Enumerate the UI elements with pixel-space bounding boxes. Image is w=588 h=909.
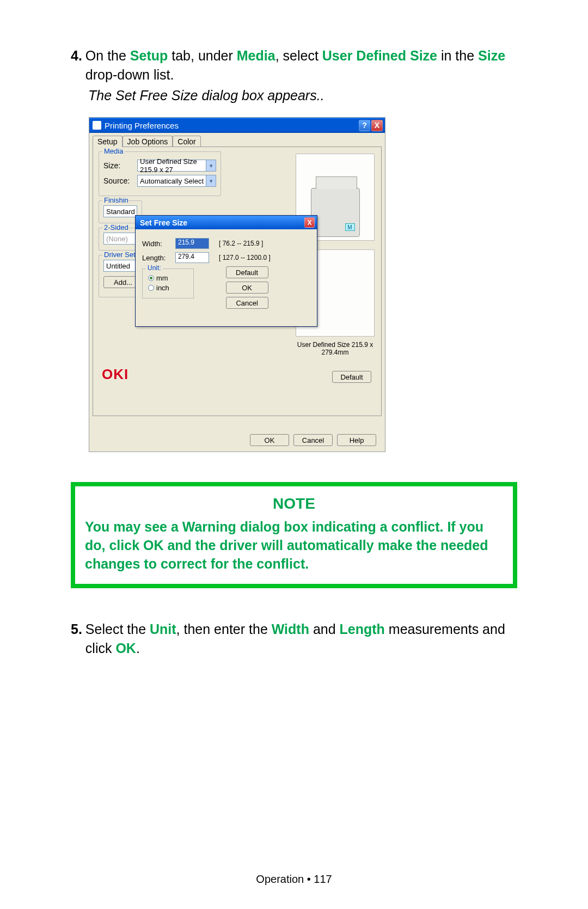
dialog-titlebar: Set Free Size X	[136, 216, 317, 229]
window-bottom-buttons: OK Cancel Help	[89, 434, 385, 446]
printer-icon: 🖨	[93, 121, 101, 130]
printer-badge: M	[345, 223, 355, 231]
media-group: Media Size: User Defined Size 215.9 x 27…	[99, 151, 221, 196]
titlebar-help-button[interactable]: ?	[359, 120, 370, 131]
twosided-dropdown[interactable]: (None)	[103, 233, 137, 245]
finishing-dropdown[interactable]: Standard	[103, 205, 137, 217]
kw-user-defined-size: User Defined Size	[322, 48, 437, 63]
kw-width: Width	[272, 621, 309, 637]
printer-shape: M	[311, 188, 360, 237]
dialog-close-button[interactable]: X	[304, 217, 315, 228]
ok-button[interactable]: OK	[250, 434, 289, 446]
width-range: [ 76.2 -- 215.9 ]	[219, 240, 263, 247]
paper-preview-label: User Defined Size 215.9 x 279.4mm	[296, 341, 375, 356]
source-label: Source:	[103, 176, 134, 185]
size-dropdown[interactable]: User Defined Size 215.9 x 27 ▾	[137, 160, 216, 172]
oki-logo: OKI	[102, 366, 128, 383]
dialog-ok-button[interactable]: OK	[226, 282, 268, 294]
kw-setup: Setup	[130, 48, 168, 63]
footer-page-number: 117	[314, 873, 332, 885]
size-label: Size:	[103, 161, 134, 170]
dialog-cancel-button[interactable]: Cancel	[226, 297, 268, 309]
length-range: [ 127.0 -- 1200.0 ]	[219, 254, 271, 261]
footer-section: Operation	[256, 873, 304, 885]
step-4-result: The Set Free Size dialog box appears..	[88, 88, 517, 103]
source-dropdown[interactable]: Automatically Select ▾	[137, 175, 216, 187]
length-label: Length:	[142, 254, 172, 262]
dialog-default-button[interactable]: Default	[226, 266, 268, 278]
finishing-legend: Finishing M	[102, 196, 128, 204]
radio-icon	[148, 275, 154, 281]
dialog-title: Set Free Size	[140, 218, 187, 227]
media-legend: Media	[102, 147, 125, 155]
width-label: Width:	[142, 240, 172, 248]
kw-length: Length	[340, 621, 385, 637]
default-button[interactable]: Default	[332, 371, 371, 383]
note-title: NOTE	[85, 495, 503, 513]
unit-inch-radio[interactable]: inch	[148, 284, 188, 292]
tab-setup[interactable]: Setup	[93, 136, 122, 147]
setup-panel: M User Defined Size 215.9 x 279.4mm Medi…	[93, 147, 382, 416]
cancel-button[interactable]: Cancel	[293, 434, 333, 446]
titlebar-close-button[interactable]: X	[371, 120, 383, 131]
note-box: NOTE You may see a Warning dialog box in…	[71, 482, 517, 588]
printing-preferences-window: 🖨 Printing Preferences ? X Setup Job Opt…	[89, 117, 385, 452]
note-body: You may see a Warning dialog box indicat…	[85, 518, 503, 573]
unit-mm-radio[interactable]: mm	[148, 274, 188, 282]
step-4-text: On the Setup tab, under Media, select Us…	[85, 46, 517, 84]
window-titlebar: 🖨 Printing Preferences ? X	[89, 118, 385, 133]
length-input[interactable]: 279.4	[175, 252, 209, 263]
set-free-size-dialog: Set Free Size X Width: 215.9 [ 76.2 -- 2…	[135, 215, 317, 327]
tab-strip: Setup Job Options Color	[89, 133, 385, 147]
help-button[interactable]: Help	[337, 434, 376, 446]
tab-color[interactable]: Color	[173, 136, 200, 147]
kw-unit: Unit	[150, 621, 176, 637]
unit-group: Unit: mm inch	[142, 269, 194, 298]
twosided-legend: 2-Sided Pr	[102, 223, 128, 231]
kw-ok: OK	[115, 640, 136, 656]
window-title: Printing Preferences	[105, 121, 179, 130]
chevron-down-icon: ▾	[206, 160, 216, 171]
unit-legend: Unit:	[146, 264, 163, 272]
step-5-text: Select the Unit, then enter the Width an…	[85, 620, 517, 658]
width-input[interactable]: 215.9	[175, 238, 209, 249]
kw-media: Media	[237, 48, 275, 63]
page-footer: Operation • 117	[0, 873, 588, 886]
step-5: 5. Select the Unit, then enter the Width…	[71, 620, 517, 658]
chevron-down-icon: ▾	[206, 175, 216, 186]
kw-size: Size	[478, 48, 505, 63]
step-4-number: 4.	[71, 46, 82, 84]
step-5-number: 5.	[71, 620, 82, 658]
step-4: 4. On the Setup tab, under Media, select…	[71, 46, 517, 84]
tab-job-options[interactable]: Job Options	[122, 136, 173, 147]
radio-icon	[148, 285, 154, 291]
